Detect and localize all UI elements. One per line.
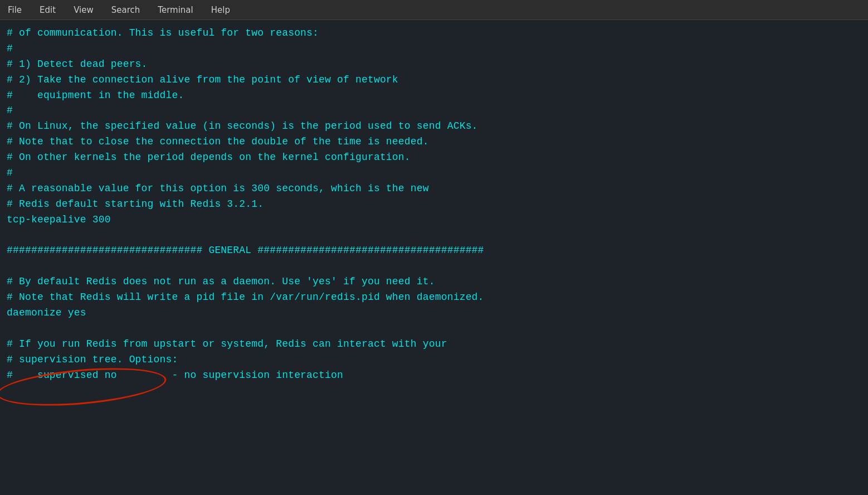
code-line-12: # Redis default starting with Redis 3.2.…: [7, 197, 861, 212]
code-line-17: # By default Redis does not run as a dae…: [7, 274, 861, 290]
code-line-22: # supervision tree. Options:: [7, 352, 861, 368]
menu-bar: File Edit View Search Terminal Help: [0, 0, 868, 20]
code-line-1: # of communication. This is useful for t…: [7, 26, 861, 41]
code-line-6: #: [7, 103, 861, 119]
menu-search[interactable]: Search: [108, 4, 144, 16]
code-line-19: daemonize yes: [7, 305, 861, 321]
menu-file[interactable]: File: [4, 4, 25, 16]
terminal-content: # of communication. This is useful for t…: [0, 20, 868, 389]
menu-edit[interactable]: Edit: [36, 4, 59, 16]
code-line-5: # equipment in the middle.: [7, 88, 861, 104]
code-line-23: # supervised no - no supervision interac…: [7, 368, 861, 384]
code-line-2: #: [7, 41, 861, 57]
code-line-21: # If you run Redis from upstart or syste…: [7, 337, 861, 352]
code-line-13: tcp-keepalive 300: [7, 212, 861, 228]
menu-help[interactable]: Help: [208, 4, 233, 16]
code-line-14: [7, 228, 861, 244]
code-line-10: #: [7, 166, 861, 181]
code-line-4: # 2) Take the connection alive from the …: [7, 72, 861, 88]
code-line-7: # On Linux, the specified value (in seco…: [7, 119, 861, 134]
code-line-11: # A reasonable value for this option is …: [7, 181, 861, 197]
code-line-3: # 1) Detect dead peers.: [7, 57, 861, 72]
code-line-9: # On other kernels the period depends on…: [7, 150, 861, 166]
code-line-15: ################################ GENERAL…: [7, 243, 861, 259]
code-line-18: # Note that Redis will write a pid file …: [7, 290, 861, 305]
menu-terminal[interactable]: Terminal: [154, 4, 196, 16]
code-line-16: [7, 259, 861, 274]
code-line-20: [7, 321, 861, 337]
menu-view[interactable]: View: [70, 4, 97, 16]
code-line-8: # Note that to close the connection the …: [7, 134, 861, 150]
